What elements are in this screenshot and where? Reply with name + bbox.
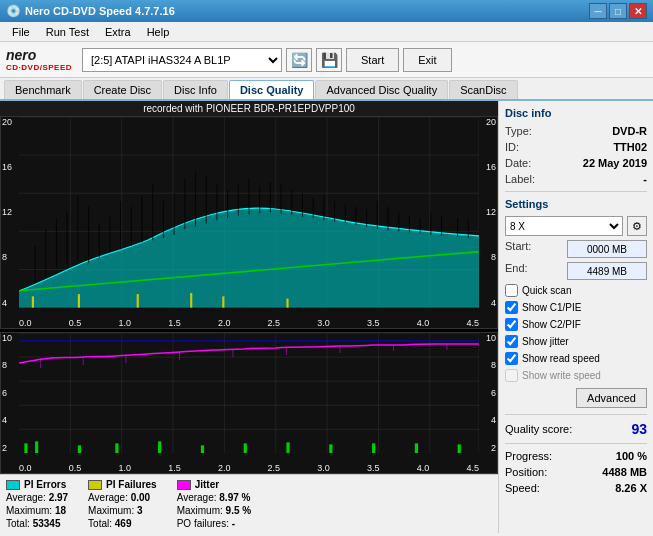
settings-title: Settings (505, 198, 647, 210)
svg-rect-60 (190, 293, 192, 308)
refresh-button[interactable]: 🔄 (286, 48, 312, 72)
disc-id-row: ID: TTH02 (505, 141, 647, 153)
bottom-chart: 10 8 6 4 2 10 8 6 4 2 0.0 0.5 1.0 1.5 2.… (0, 332, 498, 474)
svg-rect-58 (78, 294, 80, 307)
exit-button[interactable]: Exit (403, 48, 451, 72)
show-c1-pie-row: Show C1/PIE (505, 301, 647, 314)
show-read-speed-checkbox[interactable] (505, 352, 518, 365)
jitter-avg: Average: 8.97 % (177, 492, 251, 503)
end-row: End: (505, 262, 647, 280)
maximize-button[interactable]: □ (609, 3, 627, 19)
quick-scan-label: Quick scan (522, 285, 571, 296)
save-button[interactable]: 💾 (316, 48, 342, 72)
top-chart: 20 16 12 8 4 20 16 12 8 4 0.0 0.5 1.0 1.… (0, 116, 498, 329)
svg-rect-88 (35, 441, 38, 453)
end-input[interactable] (567, 262, 647, 280)
settings-icon-button[interactable]: ⚙ (627, 216, 647, 236)
tab-disc-quality[interactable]: Disc Quality (229, 80, 315, 99)
svg-rect-59 (137, 294, 139, 307)
top-chart-y-axis-left: 20 16 12 8 4 (1, 117, 19, 310)
menu-run-test[interactable]: Run Test (38, 25, 97, 39)
progress-value: 100 % (616, 450, 647, 462)
quality-score-value: 93 (631, 421, 647, 437)
show-c2-pif-row: Show C2/PIF (505, 318, 647, 331)
start-button[interactable]: Start (346, 48, 399, 72)
bottom-chart-x-axis: 0.0 0.5 1.0 1.5 2.0 2.5 3.0 3.5 4.0 4.5 (19, 463, 479, 473)
disc-label-row: Label: - (505, 173, 647, 185)
tab-benchmark[interactable]: Benchmark (4, 80, 82, 99)
svg-rect-94 (286, 442, 289, 453)
pi-failures-stats: PI Failures Average: 0.00 Maximum: 3 Tot… (88, 479, 157, 529)
nero-brand: nero (6, 47, 72, 63)
speed-select[interactable]: 8 X (505, 216, 623, 236)
svg-rect-92 (201, 445, 204, 453)
position-label: Position: (505, 466, 547, 478)
disc-date-row: Date: 22 May 2019 (505, 157, 647, 169)
pi-failures-label: PI Failures (106, 479, 157, 490)
pi-errors-stats: PI Errors Average: 2.97 Maximum: 18 Tota… (6, 479, 68, 529)
svg-rect-62 (286, 299, 288, 308)
menu-file[interactable]: File (4, 25, 38, 39)
show-write-speed-label: Show write speed (522, 370, 601, 381)
menu-help[interactable]: Help (139, 25, 178, 39)
quality-score-row: Quality score: 93 (505, 421, 647, 437)
show-c2-pif-checkbox[interactable] (505, 318, 518, 331)
speed-row: Speed: 8.26 X (505, 482, 647, 494)
main-content: recorded with PIONEER BDR-PR1EPDVPP100 (0, 101, 653, 533)
pi-failures-color (88, 480, 102, 490)
tab-create-disc[interactable]: Create Disc (83, 80, 162, 99)
quick-scan-checkbox[interactable] (505, 284, 518, 297)
right-panel: Disc info Type: DVD-R ID: TTH02 Date: 22… (498, 101, 653, 533)
tab-scan-disc[interactable]: ScanDisc (449, 80, 517, 99)
menu-extra[interactable]: Extra (97, 25, 139, 39)
pi-errors-max: Maximum: 18 (6, 505, 68, 516)
title-bar: 💿 Nero CD-DVD Speed 4.7.7.16 ─ □ ✕ (0, 0, 653, 22)
bottom-chart-y-axis-left: 10 8 6 4 2 (1, 333, 19, 455)
svg-rect-90 (115, 443, 118, 453)
progress-label: Progress: (505, 450, 552, 462)
pi-failures-avg: Average: 0.00 (88, 492, 157, 503)
disc-type-row: Type: DVD-R (505, 125, 647, 137)
show-c1-pie-label: Show C1/PIE (522, 302, 581, 313)
show-jitter-checkbox[interactable] (505, 335, 518, 348)
speed-settings: 8 X ⚙ (505, 216, 647, 236)
jitter-max: Maximum: 9.5 % (177, 505, 251, 516)
divider-1 (505, 191, 647, 192)
show-jitter-row: Show jitter (505, 335, 647, 348)
show-c2-pif-label: Show C2/PIF (522, 319, 581, 330)
svg-rect-97 (415, 443, 418, 453)
start-row: Start: (505, 240, 647, 258)
divider-2 (505, 414, 647, 415)
drive-select[interactable]: [2:5] ATAPI iHAS324 A BL1P (82, 48, 282, 72)
speed-label: Speed: (505, 482, 540, 494)
svg-rect-91 (158, 441, 161, 453)
svg-rect-98 (458, 444, 461, 453)
svg-rect-87 (24, 443, 27, 453)
show-jitter-label: Show jitter (522, 336, 569, 347)
position-value: 4488 MB (602, 466, 647, 478)
nero-logo: nero CD·DVD/SPEED (6, 47, 72, 72)
advanced-button[interactable]: Advanced (576, 388, 647, 408)
show-read-speed-label: Show read speed (522, 353, 600, 364)
toolbar: nero CD·DVD/SPEED [2:5] ATAPI iHAS324 A … (0, 42, 653, 78)
jitter-stats: Jitter Average: 8.97 % Maximum: 9.5 % PO… (177, 479, 251, 529)
jitter-po-failures: PO failures: - (177, 518, 251, 529)
show-c1-pie-checkbox[interactable] (505, 301, 518, 314)
disc-info-title: Disc info (505, 107, 647, 119)
stats-bar: PI Errors Average: 2.97 Maximum: 18 Tota… (0, 474, 498, 533)
tab-bar: Benchmark Create Disc Disc Info Disc Qua… (0, 78, 653, 101)
svg-rect-89 (78, 445, 81, 453)
quick-scan-row: Quick scan (505, 284, 647, 297)
svg-rect-61 (222, 296, 224, 307)
tab-advanced-disc-quality[interactable]: Advanced Disc Quality (315, 80, 448, 99)
close-button[interactable]: ✕ (629, 3, 647, 19)
jitter-label: Jitter (195, 479, 219, 490)
minimize-button[interactable]: ─ (589, 3, 607, 19)
show-write-speed-row: Show write speed (505, 369, 647, 382)
chart-title: recorded with PIONEER BDR-PR1EPDVPP100 (0, 101, 498, 116)
svg-rect-95 (329, 444, 332, 453)
tab-disc-info[interactable]: Disc Info (163, 80, 228, 99)
svg-rect-93 (244, 443, 247, 453)
svg-rect-57 (32, 296, 34, 307)
start-input[interactable] (567, 240, 647, 258)
